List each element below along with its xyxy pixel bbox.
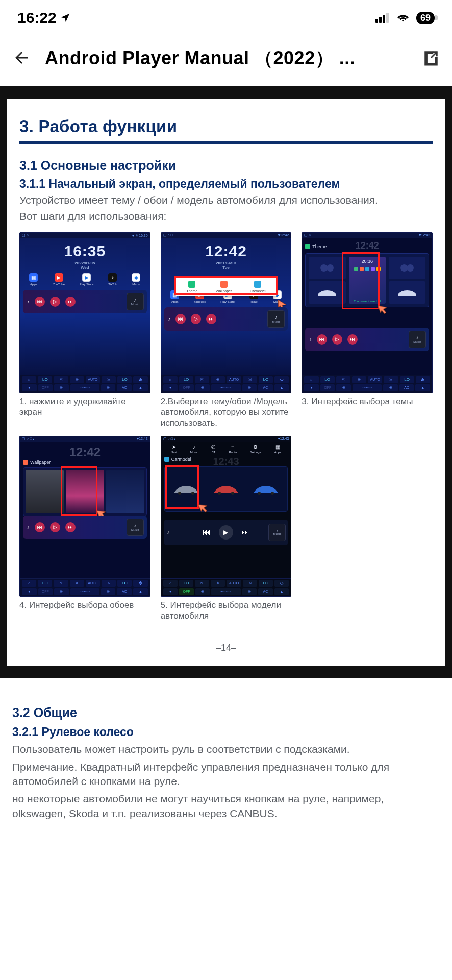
- thumb-3-highlight: [342, 252, 380, 309]
- seat-icon: ⇱: [54, 376, 68, 383]
- location-icon: [60, 12, 71, 23]
- section-3-2-1-p2: Примечание. Квадратный интерфейс управле…: [12, 760, 440, 789]
- thumb-5-cell: ▢ ○ □ ♪ ♥12:43 ➤Navi♪Music✆BT≡Radio⚙Sett…: [161, 436, 292, 622]
- grid-spacer: [302, 436, 433, 622]
- thumb-1: ▢ ○ □ ♥ 月16:35 16:35 2022/01/05Wed ▦Apps…: [19, 232, 150, 393]
- prev-icon: ⏮: [317, 334, 327, 345]
- theme-preview-a1: [309, 257, 345, 279]
- car-option-3: [247, 470, 285, 508]
- thumb-4-cell: ▢ ○ □ ♪ ♥12:43 12:42 Wallpaper: [19, 436, 150, 622]
- app-label: TikTok: [108, 283, 117, 286]
- thumb-2-media: ♪ ⏮ ▷ ⏭ ♪Music: [164, 307, 288, 331]
- app-label: YouTube: [194, 300, 206, 303]
- app-icon: ▶: [55, 273, 63, 282]
- section-3-2-1-p3: но некоторые автомобили не могут научить…: [12, 792, 440, 821]
- thumb-1-status-left: ▢ ○ □: [22, 233, 32, 238]
- battery-percent: 69: [420, 13, 431, 23]
- apps-icon: ▦: [275, 444, 280, 450]
- bt-icon: ✆: [211, 444, 215, 450]
- status-time: 16:22: [17, 9, 71, 27]
- thumb-5-media: ♪ ⏮ ▶ ⏭ ♪Music: [164, 520, 288, 545]
- arrow-up-icon: ▲: [133, 384, 148, 391]
- seat2-icon: ⇲: [102, 376, 116, 383]
- back-button[interactable]: [12, 48, 31, 69]
- gauge-icon: [309, 257, 345, 279]
- section-3-1-1-desc-2: Вот шаги для использования:: [19, 209, 433, 224]
- thumb-1-apps: ▦Apps▶YouTube▶Play Store♪TikTok◆Maps: [20, 270, 150, 288]
- thumb-2-day: Tue: [222, 265, 230, 270]
- section-3-2: 3.2 Общие 3.2.1 Рулевое колесо Пользоват…: [0, 678, 452, 841]
- thumb-5-statusbar: ▢ ○ □ ♪ ♥12:43: [161, 436, 291, 442]
- app-label: Play Store: [220, 300, 235, 303]
- next-icon: ⏭: [65, 297, 76, 307]
- app-icon: ▦: [29, 273, 38, 282]
- thumb-2-highlight: [174, 276, 278, 295]
- arrow-down-icon: ▼: [22, 384, 37, 391]
- app-label: YouTube: [53, 283, 65, 286]
- album-art: ♪Music: [127, 293, 144, 310]
- thumb-2-statusbar: ▢ ○ □ ♥12:42: [161, 233, 291, 238]
- thumb-3-statusbar: ▢ ○ □ ♥12:42: [302, 233, 432, 238]
- thumb-3-clock: 12:42: [302, 240, 432, 251]
- play-icon: ▷: [50, 522, 60, 532]
- thumb-1-status-right: ♥ 月16:35: [132, 233, 148, 238]
- thumb-3-caption: 3. Интерфейс выбора темы: [302, 396, 433, 407]
- thumb-5-nav: ➤Navi♪Music✆BT≡Radio⚙Settings▦Apps: [161, 442, 291, 455]
- wallpaper-option-3: [106, 470, 144, 513]
- thumb-2-status-right: ♥12:42: [278, 233, 289, 238]
- thumb-2-caption: 2.Выберите тему/обои /Модель автомобиля,…: [161, 396, 292, 429]
- thumb-4-tag: Wallpaper: [23, 460, 51, 465]
- theme-preview-a2: [309, 281, 345, 304]
- wifi-icon: [396, 12, 410, 23]
- arrow-left-icon: [12, 48, 31, 67]
- wallpaper-dot-icon: [23, 460, 28, 465]
- share-button[interactable]: [422, 49, 440, 68]
- album-art: ♪Music: [268, 524, 286, 541]
- app-label: Apps: [171, 300, 179, 303]
- thumb-4-tag-label: Wallpaper: [30, 460, 51, 465]
- thumb-2-hvac: ⌂LO⇱❋AUTO⇲LO⏻ ▼OFF❋〰〰〰❋AC▲: [161, 375, 291, 393]
- prev-icon: ⏮: [203, 528, 211, 537]
- section-3-heading: 3. Работа функции: [19, 117, 433, 136]
- app-label: Apps: [30, 283, 37, 286]
- share-icon: [422, 49, 440, 66]
- thumb-3-status-left: ▢ ○ □: [304, 233, 314, 238]
- thumb-1-time: 16:35: [20, 242, 150, 260]
- thumb-4: ▢ ○ □ ♪ ♥12:43 12:42 Wallpaper: [19, 436, 150, 597]
- thumb-1-statusbar: ▢ ○ □ ♥ 月16:35: [20, 233, 150, 238]
- nav-label: Radio: [229, 451, 237, 454]
- hvac-auto: AUTO: [86, 376, 100, 383]
- thumb-2-date: 2021/04/13: [216, 261, 236, 265]
- document-frame: 3. Работа функции 3.1 Основные настройки…: [0, 86, 452, 678]
- nav-label: BT: [211, 451, 215, 454]
- section-3-1-1-heading: 3.1.1 Начальный экран, определяемый поль…: [19, 177, 433, 191]
- thumb-2-status-left: ▢ ○ □: [163, 233, 173, 238]
- nav-label: Music: [190, 451, 198, 454]
- app-icon: ♪: [108, 273, 117, 282]
- thumb-3-cell: ▢ ○ □ ♥12:42 Theme 12:42: [302, 232, 433, 429]
- car-icon: [309, 281, 345, 304]
- fan2-icon: ❋: [54, 384, 69, 391]
- svg-point-13: [271, 492, 274, 495]
- svg-rect-1: [379, 17, 382, 23]
- hvac-lo2: LO: [117, 376, 132, 383]
- play-icon: ▷: [332, 334, 342, 345]
- page-title: Android Player Manual （2022） ...: [31, 46, 422, 71]
- note-icon: ♪: [309, 337, 312, 342]
- nav-settings: ⚙Settings: [250, 444, 261, 454]
- settings-icon: ⚙: [253, 444, 258, 450]
- thumb-4-statusbar: ▢ ○ □ ♪ ♥12:43: [20, 436, 150, 442]
- app-maps: ◆Maps: [132, 273, 140, 286]
- nav-label: Navi: [171, 451, 177, 454]
- thumb-3: ▢ ○ □ ♥12:42 Theme 12:42: [302, 232, 433, 393]
- app-label: Maps: [132, 283, 140, 286]
- section-3-2-1-p1: Пользователь может настроить руль в соот…: [12, 742, 440, 756]
- thumb-1-caption: 1. нажмите и удерживайте экран: [19, 396, 150, 418]
- section-3-2-1-heading: 3.2.1 Рулевое колесо: [12, 725, 440, 739]
- app-header: Android Player Manual （2022） ...: [0, 31, 452, 86]
- svg-point-12: [258, 492, 261, 495]
- section-3-1-heading: 3.1 Основные настройки: [19, 158, 433, 173]
- thumb-4-status-right: ♥12:43: [137, 437, 148, 442]
- play-icon: ▷: [191, 314, 201, 324]
- app-play-store: ▶Play Store: [80, 273, 94, 286]
